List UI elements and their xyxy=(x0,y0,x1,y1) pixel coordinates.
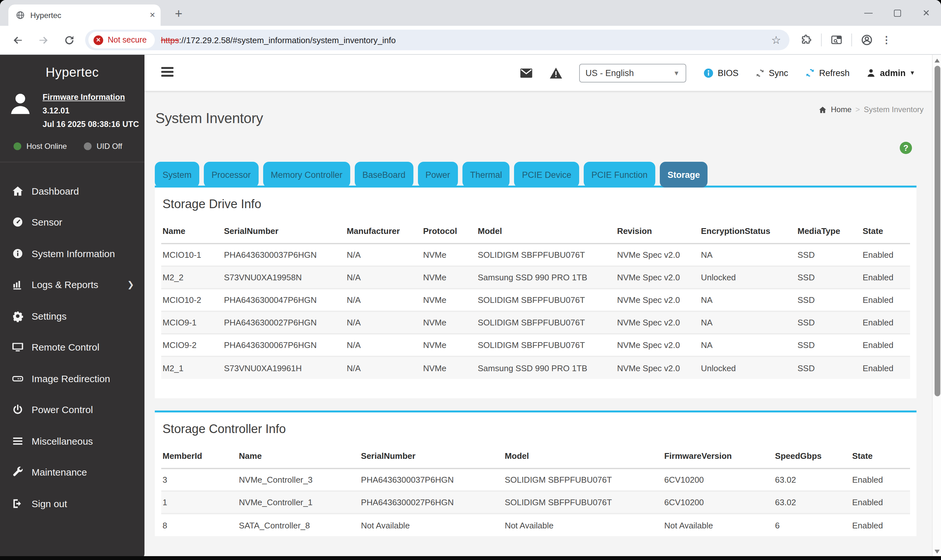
breadcrumb-home-link[interactable]: Home xyxy=(831,105,852,114)
user-menu[interactable]: admin ▼ xyxy=(867,68,915,78)
table-cell: Enabled xyxy=(851,514,910,536)
sidebar-item-sign-out[interactable]: Sign out xyxy=(0,488,145,519)
profile-icon[interactable] xyxy=(860,34,873,46)
window-controls: ✕ xyxy=(865,0,930,26)
column-header: Name xyxy=(161,220,222,244)
table-row: M2_2S73VNU0XA19958NN/ANVMeSamsung SSD 99… xyxy=(161,266,910,289)
reload-icon[interactable] xyxy=(59,30,79,49)
help-icon[interactable]: ? xyxy=(900,142,912,154)
table-cell: Not Available xyxy=(663,514,774,536)
forward-icon[interactable] xyxy=(34,30,53,49)
tab-storage[interactable]: Storage xyxy=(660,162,708,188)
sidebar-item-logs-reports[interactable]: Logs & Reports❯ xyxy=(0,269,145,300)
bookmark-star-icon[interactable]: ☆ xyxy=(771,33,785,47)
table-cell: SSD xyxy=(796,311,861,334)
divider xyxy=(852,34,852,46)
tab-baseboard[interactable]: BaseBoard xyxy=(355,162,413,188)
mail-icon[interactable] xyxy=(520,67,533,78)
tab-thermal[interactable]: Thermal xyxy=(463,162,510,188)
uid-off-dot xyxy=(83,142,91,150)
table-cell: M2_1 xyxy=(161,356,222,379)
table-row: MCIO9-1PHA6436300027P6HGNN/ANVMeSOLIDIGM… xyxy=(161,311,910,334)
table-cell: M2_2 xyxy=(161,266,222,289)
sidebar-item-miscellaneous[interactable]: Miscellaneous xyxy=(0,425,145,457)
browser-titlebar: Hypertec ✕ + ✕ xyxy=(0,0,941,26)
firmware-date: Jul 16 2025 08:38:16 UTC xyxy=(43,118,139,131)
firmware-information-link[interactable]: Firmware Information xyxy=(43,91,139,105)
column-header: MemberId xyxy=(161,445,238,469)
refresh-button[interactable]: Refresh xyxy=(805,68,850,78)
browser-tab[interactable]: Hypertec ✕ xyxy=(8,5,160,26)
side-panel-search-icon[interactable] xyxy=(830,34,843,46)
storage-controller-info-panel: Storage Controller Info MemberIdNameSeri… xyxy=(155,411,916,536)
warning-icon[interactable] xyxy=(549,67,562,79)
table-cell: NVMe Spec v2.0 xyxy=(616,289,699,311)
table-cell: SSD xyxy=(796,356,861,379)
table-cell: 6CV10200 xyxy=(663,469,774,491)
table-cell: NVMe Spec v2.0 xyxy=(616,356,699,379)
sidebar-item-power-control[interactable]: Power Control xyxy=(0,394,145,425)
wrench-icon xyxy=(12,466,24,478)
column-header: EncryptionStatus xyxy=(699,220,796,244)
table-row: MCIO10-2PHA6436300047P6HGNN/ANVMeSOLIDIG… xyxy=(161,289,910,311)
sidebar-item-remote-control[interactable]: Remote Control xyxy=(0,332,145,363)
table-cell: SOLIDIGM SBFPFUBU076T xyxy=(477,244,616,266)
table-cell: PHA6436300067P6HGN xyxy=(222,334,346,356)
scroll-down-icon[interactable] xyxy=(935,550,940,554)
url-bar[interactable]: ✕ Not secure https://172.29.2.58/#system… xyxy=(85,30,790,50)
tab-memory-controller[interactable]: Memory Controller xyxy=(263,162,350,188)
menu-icon xyxy=(12,435,24,447)
home-icon xyxy=(819,105,827,114)
sidebar-item-label: Miscellaneous xyxy=(32,435,93,446)
user-icon xyxy=(867,68,876,78)
tab-close-icon[interactable]: ✕ xyxy=(150,11,156,19)
bios-button[interactable]: BIOS xyxy=(703,67,739,78)
window-close-icon[interactable]: ✕ xyxy=(922,8,930,17)
window-maximize-icon[interactable] xyxy=(894,9,901,17)
sidebar-item-system-information[interactable]: System Information xyxy=(0,238,145,269)
table-cell: Enabled xyxy=(861,289,910,311)
table-cell: NA xyxy=(699,334,796,356)
tab-power[interactable]: Power xyxy=(418,162,458,188)
table-cell: NVMe xyxy=(422,266,477,289)
back-icon[interactable] xyxy=(8,30,27,49)
table-cell: N/A xyxy=(346,356,422,379)
extensions-icon[interactable] xyxy=(800,34,813,46)
tab-pcie-function[interactable]: PCIE Function xyxy=(584,162,655,188)
not-secure-badge[interactable]: ✕ Not secure xyxy=(88,32,155,48)
tab-system[interactable]: System xyxy=(155,162,199,188)
table-cell: SSD xyxy=(796,289,861,311)
table-cell: NVMe xyxy=(422,334,477,356)
scrollbar-thumb[interactable] xyxy=(934,66,940,396)
sidebar-item-image-redirection[interactable]: Image Redirection xyxy=(0,363,145,394)
sync-button[interactable]: Sync xyxy=(755,68,788,78)
table-cell: 63.02 xyxy=(774,491,851,514)
new-tab-button[interactable]: + xyxy=(170,5,187,22)
scroll-up-icon[interactable] xyxy=(935,58,940,63)
sidebar-item-sensor[interactable]: Sensor xyxy=(0,206,145,238)
table-header-row: MemberIdNameSerialNumberModelFirmwareVer… xyxy=(161,445,910,469)
table-cell: 1 xyxy=(161,491,238,514)
table-cell: SOLIDIGM SBFPFUBU076T xyxy=(477,334,616,356)
sidebar-item-label: Dashboard xyxy=(32,186,79,197)
app-topbar: US - English ▼ BIOS S xyxy=(145,55,941,91)
hamburger-menu-icon[interactable] xyxy=(161,67,173,78)
storage-drive-info-panel: Storage Drive Info NameSerialNumberManuf… xyxy=(155,186,916,398)
bottom-strip xyxy=(0,556,941,560)
table-cell: N/A xyxy=(346,289,422,311)
table-cell: MCIO9-1 xyxy=(161,311,222,334)
browser-menu-icon[interactable]: ⋮ xyxy=(882,34,891,46)
sidebar-item-maintenance[interactable]: Maintenance xyxy=(0,457,145,488)
language-select[interactable]: US - English ▼ xyxy=(579,63,686,82)
scrollbar[interactable] xyxy=(932,55,941,560)
tab-pcie-device[interactable]: PCIE Device xyxy=(514,162,579,188)
tab-processor[interactable]: Processor xyxy=(204,162,259,188)
sidebar-item-settings[interactable]: Settings xyxy=(0,300,145,332)
page-content: Home > System Inventory System Inventory… xyxy=(145,91,941,560)
table-cell: Unlocked xyxy=(699,266,796,289)
sidebar-item-dashboard[interactable]: Dashboard xyxy=(0,175,145,206)
table-cell: N/A xyxy=(346,266,422,289)
sidebar-item-label: Settings xyxy=(32,311,66,322)
window-minimize-icon[interactable] xyxy=(865,12,873,13)
table-cell: NA xyxy=(699,289,796,311)
